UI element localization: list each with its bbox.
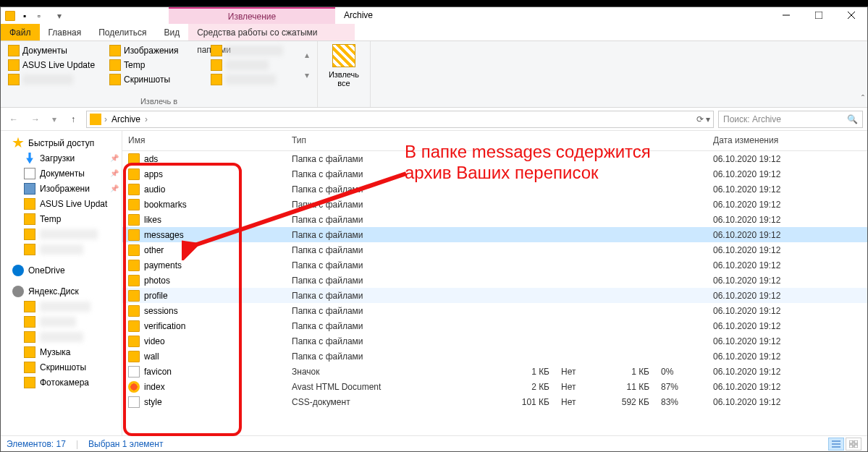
sidebar-redacted[interactable] bbox=[1, 226, 122, 242]
minimize-button[interactable] bbox=[770, 7, 802, 23]
pin-pictures[interactable]: Изображения bbox=[106, 44, 208, 57]
sidebar-onedrive[interactable]: OneDrive bbox=[1, 263, 122, 278]
sidebar-music[interactable]: Музыка bbox=[1, 344, 122, 359]
svg-rect-10 bbox=[854, 445, 858, 448]
tab-view[interactable]: Вид bbox=[155, 24, 188, 40]
folder-icon bbox=[128, 336, 140, 347]
sidebar-label: ASUS Live Updat bbox=[40, 199, 107, 209]
tab-compressed-tools[interactable]: Средства работы со сжатыми папками bbox=[188, 24, 355, 40]
nav-recent-dropdown[interactable]: ▾ bbox=[49, 111, 60, 128]
file-row[interactable]: paymentsПапка с файлами06.10.2020 19:12 bbox=[122, 257, 867, 273]
ribbon-group-label: Извлечь в bbox=[5, 95, 313, 106]
pin-blur1[interactable] bbox=[5, 73, 106, 86]
file-row[interactable]: wallПапка с файлами06.10.2020 19:12 bbox=[122, 349, 867, 364]
pin-blur4[interactable] bbox=[208, 73, 302, 86]
file-row[interactable]: adsПапка с файлами06.10.2020 19:12 bbox=[122, 151, 867, 166]
file-row[interactable]: profileПапка с файлами06.10.2020 19:12 bbox=[122, 288, 867, 303]
svg-rect-9 bbox=[849, 445, 853, 448]
download-icon bbox=[24, 153, 35, 164]
qat-newfolder-icon[interactable]: ▫ bbox=[33, 9, 46, 22]
qat-properties-icon[interactable]: ▪ bbox=[18, 9, 31, 22]
explorer-window: ▪ ▫ ▾ Извлечение Archive Файл Главная По… bbox=[0, 7, 868, 452]
search-input[interactable]: Поиск: Archive 🔍 bbox=[718, 111, 863, 128]
sidebar-redacted[interactable] bbox=[1, 329, 122, 344]
file-icon bbox=[128, 396, 140, 408]
file-name: photos bbox=[144, 276, 170, 286]
file-type: Папка с файлами bbox=[286, 169, 483, 179]
file-row[interactable]: styleCSS-документ101 КБНет592 КБ83%06.10… bbox=[122, 394, 867, 409]
ribbon: Документы ASUS Live Update Изображения T… bbox=[1, 41, 867, 108]
column-size-disk[interactable] bbox=[555, 131, 655, 150]
close-button[interactable] bbox=[835, 7, 867, 23]
file-type: Папка с файлами bbox=[286, 154, 483, 164]
column-size-compressed[interactable] bbox=[483, 131, 555, 150]
column-type[interactable]: Тип bbox=[286, 131, 483, 150]
file-row[interactable]: bookmarksПапка с файлами06.10.2020 19:12 bbox=[122, 197, 867, 212]
pin-label: Temp bbox=[124, 60, 145, 70]
pin-blur2[interactable] bbox=[208, 44, 302, 57]
sidebar-quick-access[interactable]: Быстрый доступ bbox=[1, 135, 122, 150]
ribbon-collapse-icon[interactable]: ˆ bbox=[859, 91, 867, 107]
pin-asus[interactable]: ASUS Live Update bbox=[5, 59, 106, 72]
address-dropdown-icon[interactable]: ⟳ ▾ bbox=[696, 114, 710, 124]
pin-temp[interactable]: Temp bbox=[106, 59, 208, 72]
nav-up-button[interactable]: ↑ bbox=[64, 111, 82, 128]
address-bar[interactable]: › Archive › ⟳ ▾ bbox=[86, 111, 714, 128]
maximize-button[interactable] bbox=[802, 7, 835, 23]
column-ratio[interactable] bbox=[655, 131, 707, 150]
column-headers: Имя Тип Дата изменения bbox=[122, 131, 867, 151]
search-placeholder: Поиск: Archive bbox=[723, 114, 781, 124]
sidebar-asus[interactable]: ASUS Live Updat bbox=[1, 196, 122, 211]
file-row[interactable]: faviconЗначок1 КБНет1 КБ0%06.10.2020 19:… bbox=[122, 364, 867, 379]
sidebar-redacted[interactable] bbox=[1, 299, 122, 314]
tab-share[interactable]: Поделиться bbox=[90, 24, 155, 40]
file-date: 06.10.2020 19:12 bbox=[707, 260, 867, 270]
file-type: Папка с файлами bbox=[286, 306, 483, 316]
tab-file[interactable]: Файл bbox=[1, 24, 40, 40]
view-details-button[interactable] bbox=[828, 438, 844, 451]
chevron-right-icon[interactable]: › bbox=[104, 114, 107, 124]
file-row[interactable]: likesПапка с файлами06.10.2020 19:12 bbox=[122, 212, 867, 227]
nav-forward-button[interactable]: → bbox=[27, 111, 44, 128]
file-row[interactable]: audioПапка с файлами06.10.2020 19:12 bbox=[122, 182, 867, 197]
sidebar-yandex-disk[interactable]: Яндекс.Диск bbox=[1, 283, 122, 299]
chevron-right-icon[interactable]: › bbox=[145, 114, 148, 124]
folder-icon bbox=[24, 244, 35, 255]
sidebar-redacted[interactable] bbox=[1, 314, 122, 329]
column-name[interactable]: Имя bbox=[122, 131, 286, 150]
file-row[interactable]: indexAvast HTML Document2 КБНет11 КБ87%0… bbox=[122, 379, 867, 394]
file-row[interactable]: sessionsПапка с файлами06.10.2020 19:12 bbox=[122, 303, 867, 318]
file-date: 06.10.2020 19:12 bbox=[707, 184, 867, 195]
sidebar-screenshots[interactable]: Скриншоты bbox=[1, 359, 122, 375]
column-date[interactable]: Дата изменения bbox=[707, 131, 867, 150]
pin-documents[interactable]: Документы bbox=[5, 44, 106, 57]
sidebar-label: Загрузки bbox=[40, 153, 75, 163]
file-row[interactable]: messagesПапка с файлами06.10.2020 19:12 bbox=[122, 227, 867, 242]
file-row[interactable]: verificationПапка с файлами06.10.2020 19… bbox=[122, 318, 867, 333]
file-row[interactable]: videoПапка с файлами06.10.2020 19:12 bbox=[122, 333, 867, 349]
file-type: Папка с файлами bbox=[286, 321, 483, 331]
contextual-category: Извлечение bbox=[169, 7, 335, 24]
nav-back-button[interactable]: ← bbox=[5, 111, 22, 128]
redacted-label bbox=[40, 332, 83, 342]
file-row[interactable]: otherПапка с файлами06.10.2020 19:12 bbox=[122, 242, 867, 257]
file-row[interactable]: photosПапка с файлами06.10.2020 19:12 bbox=[122, 273, 867, 288]
tab-home[interactable]: Главная bbox=[40, 24, 90, 40]
pin-screenshots[interactable]: Скриншоты bbox=[106, 73, 208, 86]
qat-customize-icon[interactable]: ▾ bbox=[53, 9, 66, 22]
breadcrumb[interactable]: Archive bbox=[110, 114, 142, 124]
sidebar-documents[interactable]: Документы📌 bbox=[1, 166, 122, 181]
sidebar-temp[interactable]: Temp bbox=[1, 211, 122, 226]
scroll-up-icon[interactable]: ▴ bbox=[305, 50, 309, 60]
sidebar-downloads[interactable]: Загрузки📌 bbox=[1, 150, 122, 166]
extract-all-button[interactable]: Извлечь все bbox=[322, 44, 366, 88]
scroll-down-icon[interactable]: ▾ bbox=[305, 70, 309, 80]
pin-blur3[interactable] bbox=[208, 59, 302, 72]
redacted-label bbox=[225, 46, 283, 56]
file-row[interactable]: appsПапка с файлами06.10.2020 19:12 bbox=[122, 166, 867, 182]
view-icons-button[interactable] bbox=[846, 438, 861, 451]
sidebar-pictures[interactable]: Изображени📌 bbox=[1, 181, 122, 196]
onedrive-icon bbox=[12, 265, 24, 276]
sidebar-redacted[interactable] bbox=[1, 242, 122, 257]
sidebar-camera[interactable]: Фотокамера bbox=[1, 375, 122, 390]
